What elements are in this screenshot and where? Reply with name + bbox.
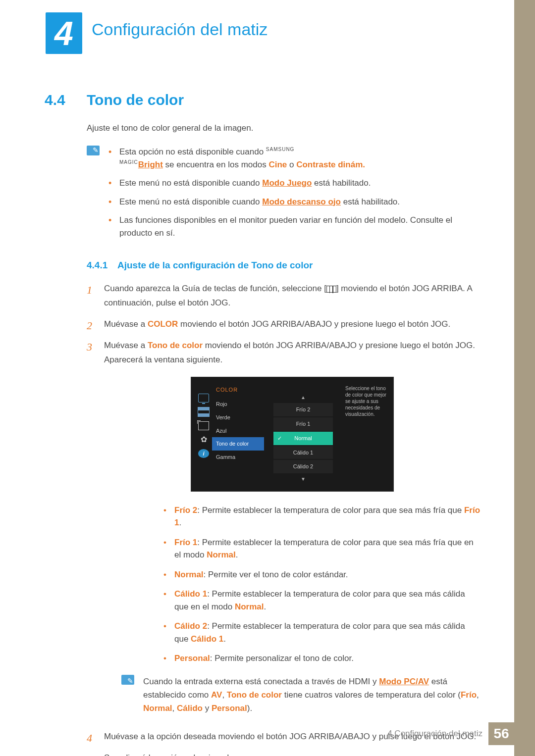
ref: Cálido 1 bbox=[191, 634, 223, 644]
text: Cuando la entrada externa está conectada… bbox=[143, 677, 379, 686]
text: o bbox=[287, 160, 296, 169]
ref: Normal bbox=[207, 550, 236, 559]
label: Cálido 1 bbox=[174, 589, 207, 599]
text: Cuando aparezca la Guía de teclas de fun… bbox=[104, 284, 326, 293]
page-content: 4.4 Tono de color Ajuste el tono de colo… bbox=[45, 92, 481, 756]
text: está habilitado. bbox=[312, 178, 371, 188]
footer-chapter-title: 4 Configuración del matiz bbox=[387, 729, 482, 739]
tono-label: Tono de color bbox=[227, 690, 282, 700]
osd-help-text: Seleccione el tono de color que mejor se… bbox=[342, 381, 389, 487]
note-item: Esta opción no está disponible cuando SA… bbox=[108, 146, 481, 171]
val-personal: Personal bbox=[212, 704, 247, 713]
desc-normal: Normal: Permite ver el tono de color est… bbox=[163, 568, 481, 581]
modo-descanso-link[interactable]: Modo descanso ojo bbox=[262, 197, 341, 206]
resize-icon bbox=[198, 421, 209, 430]
text: : Permite establecer la temperatura de c… bbox=[197, 505, 464, 515]
section-title: Tono de color bbox=[87, 92, 184, 108]
val-frio: Frío bbox=[461, 690, 477, 700]
osd-left-item: Gamma bbox=[212, 451, 264, 464]
menu-color: COLOR bbox=[148, 319, 178, 329]
arrow-down-icon: ▼ bbox=[300, 474, 307, 484]
note-icon bbox=[121, 675, 134, 685]
val-calido: Cálido bbox=[177, 704, 203, 713]
note-item: Este menú no está disponible cuando Modo… bbox=[108, 196, 481, 208]
osd-left-item: Verde bbox=[212, 411, 264, 424]
osd-menu: ✿ i COLOR Rojo Verde Azul Tono de color … bbox=[191, 377, 394, 491]
text: , bbox=[222, 690, 226, 700]
label: Normal bbox=[174, 570, 204, 579]
picture-icon bbox=[198, 394, 209, 403]
osd-sidebar-icons: ✿ i bbox=[195, 381, 212, 487]
osd-left-item: Rojo bbox=[212, 398, 264, 411]
text: Esta opción no está disponible cuando bbox=[119, 147, 266, 156]
osd-header: COLOR bbox=[212, 384, 264, 398]
text: y bbox=[203, 704, 212, 713]
desc-personal: Personal: Permite personalizar el tono d… bbox=[163, 652, 481, 665]
osd-option-selected: Normal bbox=[273, 432, 333, 445]
magic-bright-link[interactable]: Bright bbox=[138, 160, 163, 169]
side-stripe bbox=[514, 0, 535, 756]
label: Frío 1 bbox=[174, 538, 197, 547]
note-block-1: Esta opción no está disponible cuando SA… bbox=[87, 146, 481, 245]
note-paragraph: Cuando la entrada externa está conectada… bbox=[143, 675, 481, 715]
modo-juego-link[interactable]: Modo Juego bbox=[262, 178, 312, 188]
ref: Normal bbox=[235, 602, 264, 611]
text: : Permite personalizar el tono de color. bbox=[210, 654, 354, 663]
menu-tono: Tono de color bbox=[148, 341, 203, 350]
note-item: Este menú no está disponible cuando Modo… bbox=[108, 177, 481, 190]
modo-pcav-link[interactable]: Modo PC/AV bbox=[379, 677, 429, 686]
mode-contraste: Contraste dinám. bbox=[296, 160, 365, 169]
text: : Permite establecer la temperatura de c… bbox=[174, 589, 465, 611]
subsection-heading: 4.4.1 Ajuste de la configuración de Tono… bbox=[87, 260, 481, 271]
text: Este menú no está disponible cuando bbox=[119, 178, 262, 188]
text: , bbox=[477, 690, 479, 700]
list-icon bbox=[198, 407, 209, 416]
step-1: Cuando aparezca la Guía de teclas de fun… bbox=[87, 282, 481, 310]
section-heading: 4.4 Tono de color bbox=[45, 92, 481, 108]
osd-options: ▲ Frío 2 Frío 1 Normal Cálido 1 Cálido 2… bbox=[264, 381, 342, 487]
text: moviendo el botón JOG ARRIBA/ABAJO y pre… bbox=[178, 319, 450, 329]
osd-option: Frío 1 bbox=[273, 417, 333, 431]
text: MAGIC bbox=[119, 159, 138, 165]
osd-left-item: Azul bbox=[212, 424, 264, 438]
text: , bbox=[172, 704, 177, 713]
desc-calido2: Cálido 2: Permite establecer la temperat… bbox=[163, 620, 481, 645]
osd-option: Frío 2 bbox=[273, 403, 333, 416]
osd-left-menu: COLOR Rojo Verde Azul Tono de color Gamm… bbox=[212, 381, 264, 487]
step-3: Muévase a Tono de color moviendo el botó… bbox=[87, 339, 481, 715]
step-5: Se aplicará la opción seleccionada. bbox=[87, 751, 481, 756]
info-icon: i bbox=[198, 449, 209, 458]
steps-list: Cuando aparezca la Guía de teclas de fun… bbox=[87, 282, 481, 756]
step-2: Muévase a COLOR moviendo el botón JOG AR… bbox=[87, 317, 481, 332]
text: se encuentra en los modos bbox=[163, 160, 269, 169]
label: Frío 2 bbox=[174, 505, 197, 515]
chapter-number-box: 4 bbox=[46, 12, 82, 54]
label: Personal bbox=[174, 654, 210, 663]
mode-av: AV bbox=[211, 690, 222, 700]
val-normal: Normal bbox=[143, 704, 172, 713]
note-block-2: Cuando la entrada externa está conectada… bbox=[121, 675, 481, 715]
chapter-title: Configuración del matiz bbox=[92, 20, 268, 39]
text: ). bbox=[247, 704, 252, 713]
osd-option: Cálido 1 bbox=[273, 446, 333, 459]
gear-icon: ✿ bbox=[198, 435, 209, 444]
osd-option: Cálido 2 bbox=[273, 460, 333, 473]
mode-cine: Cine bbox=[268, 160, 287, 169]
subsection-title: Ajuste de la configuración de Tono de co… bbox=[117, 260, 313, 271]
section-number: 4.4 bbox=[45, 92, 87, 108]
text: Este menú no está disponible cuando bbox=[119, 197, 262, 206]
footer-page-number: 56 bbox=[488, 722, 514, 745]
desc-calido1: Cálido 1: Permite establecer la temperat… bbox=[163, 588, 481, 613]
desc-frio1: Frío 1: Permite establecer la temperatur… bbox=[163, 536, 481, 561]
label: Cálido 2 bbox=[174, 621, 207, 631]
text: Muévase a bbox=[104, 319, 148, 329]
text: : Permite ver el tono de color estándar. bbox=[204, 570, 348, 579]
osd-left-item-selected: Tono de color bbox=[212, 437, 264, 451]
desc-frio2: Frío 2: Permite establecer la temperatur… bbox=[163, 504, 481, 529]
note-icon bbox=[87, 146, 100, 155]
text: SAMSUNG bbox=[266, 147, 295, 152]
text: tiene cuatros valores de temperatura del… bbox=[282, 690, 461, 700]
menu-icon bbox=[326, 286, 336, 293]
text: está habilitado. bbox=[341, 197, 400, 206]
section-intro: Ajuste el tono de color general de la im… bbox=[87, 123, 481, 133]
